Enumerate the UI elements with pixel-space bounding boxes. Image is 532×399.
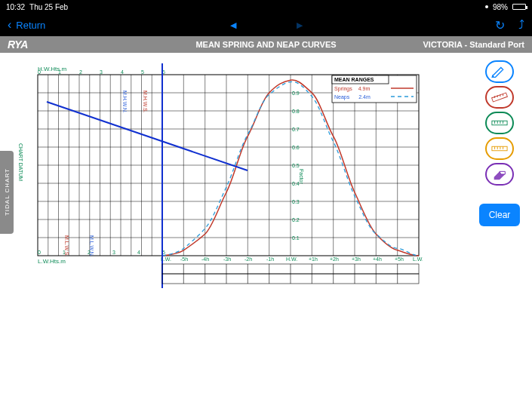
svg-text:+3h: +3h [352, 256, 361, 262]
legend: MEAN RANGES Springs 4.9m Neaps 2.4m [332, 75, 417, 103]
next-button[interactable]: ▶ [297, 20, 303, 30]
svg-text:0.8: 0.8 [292, 109, 300, 114]
svg-text:0.9: 0.9 [292, 91, 300, 96]
green-ruler-tool[interactable] [485, 112, 514, 134]
svg-rect-106 [492, 121, 507, 125]
page-title: MEAN SPRING AND NEAP CURVES [195, 40, 336, 49]
svg-text:0.6: 0.6 [292, 145, 300, 150]
hour-ticks: L.W.-5h-4h-3h -2h-1hH.W.+1h +2h+3h+4h+5h… [161, 256, 423, 262]
svg-text:4: 4 [121, 69, 124, 75]
svg-text:-3h: -3h [223, 256, 231, 262]
svg-text:-5h: -5h [180, 256, 188, 262]
svg-text:M.H.W.S.: M.H.W.S. [143, 91, 148, 113]
svg-rect-101 [492, 93, 508, 102]
svg-text:+2h: +2h [330, 256, 339, 262]
tidal-chart[interactable]: H.W.Hts.m 012 345 6 L.W.Hts.m 012 345 M.… [30, 63, 423, 290]
amber-ruler-tool[interactable] [485, 137, 514, 160]
factor-ticks: 0.10.20.3 0.40.50.6 0.70.80.9 [292, 91, 300, 241]
ruler3-icon [491, 143, 508, 155]
clear-button[interactable]: Clear [479, 204, 520, 226]
pencil-tool[interactable] [485, 60, 514, 83]
port-label: VICTORIA - Standard Port [423, 40, 524, 49]
side-tab-label: TIDAL CHART [4, 168, 11, 216]
status-bar: 10:32 Thu 25 Feb 98% [0, 0, 532, 14]
svg-text:0.7: 0.7 [292, 127, 300, 132]
svg-text:2: 2 [79, 69, 82, 75]
hw-axis-label: H.W.Hts.m [38, 66, 67, 72]
svg-text:H.W.: H.W. [286, 256, 297, 262]
svg-text:M.L.W.S.: M.L.W.S. [64, 235, 69, 256]
header-bar: RYA MEAN SPRING AND NEAP CURVES VICTORIA… [0, 36, 532, 53]
back-label: Return [16, 20, 45, 31]
share-button[interactable]: ⤴ [518, 18, 524, 32]
pencil-icon [491, 66, 508, 78]
svg-text:MEAN RANGES: MEAN RANGES [334, 77, 374, 82]
ruler-icon [491, 91, 508, 103]
signal-icon [485, 5, 488, 8]
svg-text:+4h: +4h [373, 256, 382, 262]
svg-text:3: 3 [112, 250, 115, 255]
battery-icon [512, 4, 526, 10]
svg-text:0.1: 0.1 [292, 235, 300, 241]
svg-text:L.W.: L.W. [413, 256, 423, 262]
svg-text:1: 1 [58, 69, 61, 75]
chevron-left-icon: ‹ [8, 18, 11, 32]
red-ruler-tool[interactable] [485, 86, 514, 109]
svg-rect-111 [492, 146, 507, 151]
lw-ticks: 012 345 [38, 250, 165, 255]
svg-text:3: 3 [100, 69, 103, 75]
svg-text:-1h: -1h [266, 256, 274, 262]
svg-text:0.5: 0.5 [292, 163, 300, 168]
side-tab[interactable]: TIDAL CHART [0, 151, 14, 234]
status-time: 10:32 [6, 3, 25, 11]
svg-text:M.H.W.N.: M.H.W.N. [122, 91, 128, 113]
eraser-icon [491, 168, 508, 180]
svg-text:0.3: 0.3 [292, 199, 300, 204]
reload-button[interactable]: ↻ [495, 18, 505, 32]
svg-text:Springs 4.9m: Springs 4.9m [334, 86, 370, 92]
svg-text:5: 5 [141, 69, 144, 75]
status-date: Thu 25 Feb [29, 3, 68, 11]
svg-text:+5h: +5h [395, 256, 404, 262]
eraser-tool[interactable] [485, 163, 514, 186]
chart-datum-label: CHART DATUM [18, 143, 26, 211]
back-button[interactable]: ‹ Return [8, 18, 45, 32]
svg-text:0.4: 0.4 [292, 181, 300, 186]
svg-text:0: 0 [38, 250, 41, 255]
svg-text:0.2: 0.2 [292, 217, 300, 223]
time-entry-boxes[interactable] [162, 264, 419, 284]
status-battery: 98% [493, 3, 508, 11]
svg-text:M.L.W.N.: M.L.W.N. [89, 235, 94, 257]
prev-button[interactable]: ◀ [230, 20, 236, 30]
svg-text:0: 0 [38, 69, 41, 75]
tool-column: Clear [482, 60, 517, 226]
level-markers: M.H.W.S. M.H.W.N. M.L.W.N. M.L.W.S. [64, 91, 148, 257]
logo: RYA [8, 38, 28, 51]
factor-label: Factor [299, 169, 304, 185]
ruler2-icon [491, 117, 508, 129]
nav-bar: ‹ Return ◀ ▶ ↻ ⤴ [0, 14, 532, 36]
lw-axis-label: L.W.Hts.m [38, 258, 66, 265]
svg-text:+1h: +1h [309, 256, 318, 262]
svg-text:4: 4 [137, 250, 140, 255]
svg-text:-2h: -2h [244, 256, 252, 262]
svg-text:-4h: -4h [201, 256, 209, 262]
